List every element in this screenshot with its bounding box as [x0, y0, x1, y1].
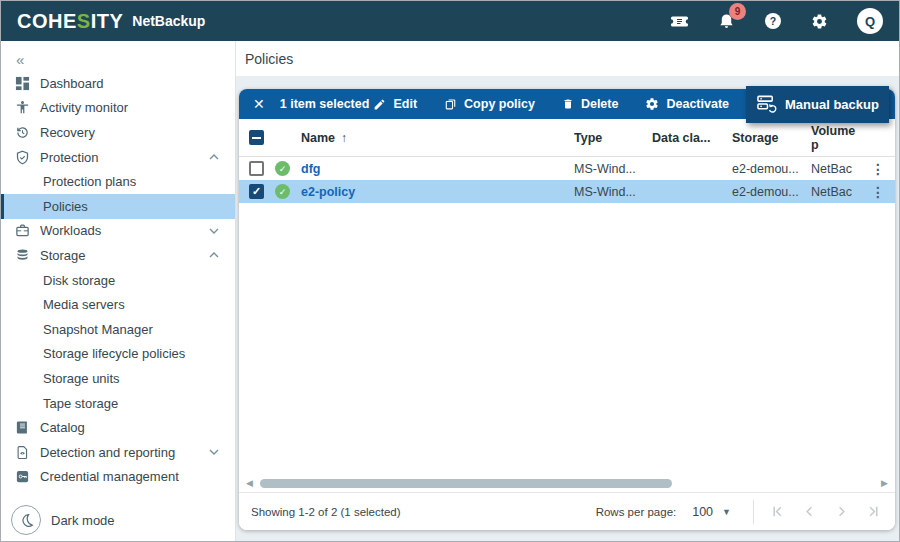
table-row-e2-policy[interactable]: ✓✓e2-policyMS-Wind...e2-demou...NetBac⋮	[239, 180, 895, 203]
sidebar-item-media-servers[interactable]: Media servers	[1, 292, 235, 317]
toolbar-actions: EditCopy policyDeleteDeactivate	[373, 97, 729, 111]
sidebar-item-storage-units[interactable]: Storage units	[1, 366, 235, 391]
notifications-bell-icon[interactable]: 9	[718, 12, 735, 30]
first-page-button[interactable]	[768, 502, 787, 521]
row-menu-icon[interactable]: ⋮	[871, 161, 885, 177]
sidebar-item-protection-plans[interactable]: Protection plans	[1, 169, 235, 194]
scrollbar-thumb[interactable]	[260, 479, 672, 488]
gear-icon[interactable]	[811, 13, 828, 30]
table-footer: Showing 1-2 of 2 (1 selected) Rows per p…	[239, 492, 895, 530]
action-label: Delete	[581, 97, 619, 111]
delete-button[interactable]: Delete	[562, 97, 619, 111]
policy-name-link[interactable]: e2-policy	[301, 185, 355, 199]
protection-icon	[15, 149, 32, 166]
activity-monitor-icon	[15, 99, 32, 116]
notification-count-badge: 9	[729, 3, 746, 20]
row-menu-icon[interactable]: ⋮	[871, 184, 885, 200]
sidebar-item-label: Recovery	[40, 125, 95, 140]
policy-name-link[interactable]: dfg	[301, 162, 320, 176]
sidebar-item-label: Activity monitor	[40, 100, 128, 115]
credential-management-icon	[15, 468, 32, 485]
copy-policy-button[interactable]: Copy policy	[444, 97, 535, 111]
main-content: Policies ✕ 1 item selected EditCopy poli…	[236, 41, 899, 542]
clear-selection-icon[interactable]: ✕	[253, 97, 265, 111]
sidebar-item-label: Dashboard	[40, 76, 104, 91]
row-checkbox[interactable]: ✓	[249, 184, 264, 199]
horizontal-scrollbar: ◀ ▶	[239, 475, 895, 491]
storage-icon	[15, 247, 32, 264]
sort-asc-icon[interactable]: ↑	[341, 131, 347, 145]
recovery-icon	[15, 124, 32, 141]
deactivate-button[interactable]: Deactivate	[645, 97, 729, 111]
column-header-name[interactable]: Name	[301, 131, 335, 145]
cell-storage: e2-demou...	[732, 162, 811, 176]
rows-per-page-caret-icon[interactable]: ▼	[722, 507, 731, 517]
catalog-icon	[15, 419, 32, 436]
sidebar-nav: DashboardActivity monitorRecoveryProtect…	[1, 71, 235, 489]
sidebar-item-label: Disk storage	[43, 273, 115, 288]
sidebar-item-label: Snapshot Manager	[43, 322, 153, 337]
sidebar-item-disk-storage[interactable]: Disk storage	[1, 268, 235, 293]
last-page-button[interactable]	[864, 502, 883, 521]
table-body: ✓dfgMS-Wind...e2-demou...NetBac⋮✓✓e2-pol…	[239, 157, 895, 203]
cell-type: MS-Wind...	[574, 185, 652, 199]
sidebar-item-storage-lifecycle-policies[interactable]: Storage lifecycle policies	[1, 342, 235, 367]
edit-button[interactable]: Edit	[373, 97, 417, 111]
sidebar-item-label: Protection	[40, 150, 99, 165]
sidebar-item-detection-and-reporting[interactable]: Detection and reporting	[1, 440, 235, 465]
sidebar-item-credential-management[interactable]: Credential management	[1, 465, 235, 490]
page-title: Policies	[245, 51, 293, 67]
delete-icon	[562, 97, 574, 111]
deactivate-icon	[645, 97, 659, 111]
cell-storage: e2-demou...	[732, 185, 811, 199]
sidebar-item-workloads[interactable]: Workloads	[1, 219, 235, 244]
sidebar-item-label: Tape storage	[43, 396, 118, 411]
rows-per-page-value[interactable]: 100	[692, 505, 713, 519]
sidebar-item-protection[interactable]: Protection	[1, 145, 235, 170]
dark-mode-toggle[interactable]: Dark mode	[11, 505, 115, 535]
sidebar-item-label: Catalog	[40, 420, 85, 435]
column-header-storage[interactable]: Storage	[732, 131, 811, 145]
select-all-checkbox[interactable]	[249, 130, 264, 145]
sidebar-item-snapshot-manager[interactable]: Snapshot Manager	[1, 317, 235, 342]
previous-page-button[interactable]	[800, 502, 819, 521]
brand-part1: COHE	[17, 10, 77, 33]
scroll-right-icon[interactable]: ▶	[881, 478, 888, 488]
sidebar: « DashboardActivity monitorRecoveryProte…	[1, 41, 236, 542]
cohesity-logo: COHESITY	[17, 10, 123, 33]
sidebar-item-catalog[interactable]: Catalog	[1, 415, 235, 440]
product-name: NetBackup	[132, 13, 205, 29]
brand-part2: ITY	[91, 10, 124, 33]
sidebar-collapse-icon[interactable]: «	[1, 47, 235, 71]
sidebar-item-policies[interactable]: Policies	[1, 194, 235, 219]
column-header-data-classification[interactable]: Data cla...	[652, 131, 732, 145]
column-header-volume-pool[interactable]: Volume p	[811, 124, 863, 152]
cell-volume-pool: NetBac	[811, 162, 863, 176]
table-row-dfg[interactable]: ✓dfgMS-Wind...e2-demou...NetBac⋮	[239, 157, 895, 180]
scroll-left-icon[interactable]: ◀	[246, 478, 253, 488]
sidebar-item-label: Credential management	[40, 469, 179, 484]
sidebar-item-label: Storage units	[43, 371, 120, 386]
manual-backup-button[interactable]: Manual backup	[746, 86, 889, 123]
action-label: Copy policy	[464, 97, 535, 111]
column-header-type[interactable]: Type	[574, 131, 652, 145]
sidebar-item-recovery[interactable]: Recovery	[1, 120, 235, 145]
user-avatar[interactable]: Q	[857, 8, 883, 34]
brand-s: S	[77, 10, 91, 33]
sidebar-item-storage[interactable]: Storage	[1, 243, 235, 268]
dark-mode-label: Dark mode	[51, 513, 115, 528]
row-checkbox[interactable]	[249, 161, 264, 176]
next-page-button[interactable]	[832, 502, 851, 521]
ticket-icon[interactable]	[670, 13, 689, 30]
sidebar-item-label: Policies	[43, 199, 88, 214]
table-header: Name ↑ Type Data cla... Storage Volume p	[239, 119, 895, 157]
detection-reporting-icon	[15, 444, 32, 461]
sidebar-item-activity-monitor[interactable]: Activity monitor	[1, 96, 235, 121]
sidebar-item-label: Workloads	[40, 223, 101, 238]
sidebar-item-label: Storage lifecycle policies	[43, 346, 185, 361]
sidebar-item-tape-storage[interactable]: Tape storage	[1, 391, 235, 416]
sidebar-item-label: Media servers	[43, 297, 125, 312]
sidebar-item-dashboard[interactable]: Dashboard	[1, 71, 235, 96]
chevron-up-icon	[209, 154, 219, 160]
help-icon[interactable]: ?	[764, 12, 782, 30]
